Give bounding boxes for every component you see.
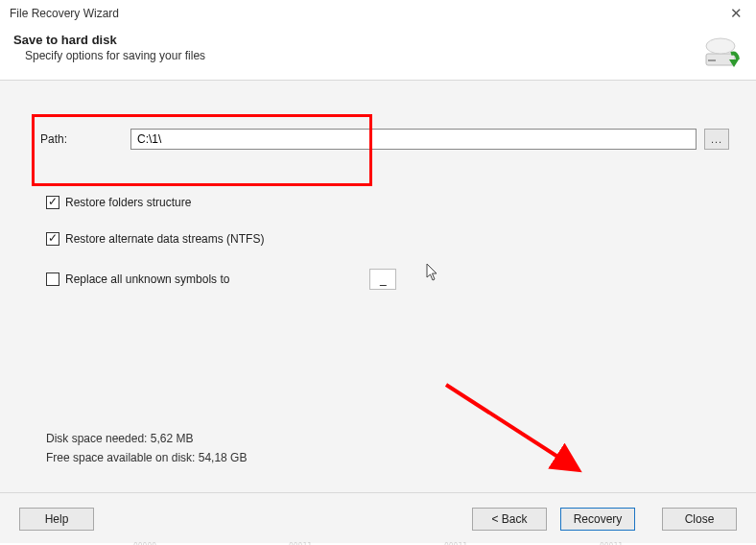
- path-input[interactable]: [130, 129, 697, 150]
- recovery-button[interactable]: Recovery: [560, 508, 635, 531]
- wizard-header: Save to hard disk Specify options for sa…: [0, 27, 756, 81]
- restore-folders-label[interactable]: Restore folders structure: [65, 196, 191, 209]
- restore-folders-checkbox[interactable]: [46, 196, 59, 209]
- annotation-highlight-rect: [32, 114, 372, 186]
- option-restore-ads: Restore alternate data streams (NTFS): [27, 232, 729, 246]
- restore-ads-checkbox[interactable]: [46, 232, 59, 246]
- wizard-content: Path: ... Restore folders structure Rest…: [0, 81, 756, 543]
- annotation-red-arrow: [441, 380, 595, 476]
- replace-symbols-checkbox[interactable]: [46, 272, 59, 286]
- free-space-available: Free space available on disk: 54,18 GB: [46, 451, 247, 464]
- header-title: Save to hard disk: [13, 33, 743, 47]
- button-separator: [0, 492, 756, 493]
- svg-rect-1: [708, 59, 716, 61]
- path-label: Path:: [27, 132, 123, 146]
- disk-info: Disk space needed: 5,62 MB Free space av…: [46, 432, 247, 470]
- svg-line-3: [446, 385, 576, 468]
- titlebar: File Recovery Wizard ✕: [0, 0, 756, 27]
- header-subtitle: Specify options for saving your files: [13, 49, 743, 62]
- back-button[interactable]: < Back: [472, 508, 547, 531]
- replace-symbols-label[interactable]: Replace all unknown symbols to: [65, 272, 229, 286]
- path-row: Path: ...: [27, 129, 729, 150]
- hard-disk-icon: [702, 31, 743, 74]
- option-replace-symbols: Replace all unknown symbols to: [27, 269, 729, 290]
- close-button[interactable]: Close: [662, 508, 737, 531]
- button-bar: Help < Back Recovery Close: [0, 495, 756, 543]
- disk-space-needed: Disk space needed: 5,62 MB: [46, 432, 247, 445]
- option-restore-folders: Restore folders structure: [27, 196, 729, 209]
- browse-button[interactable]: ...: [704, 129, 729, 150]
- close-icon[interactable]: ✕: [722, 3, 750, 24]
- restore-ads-label[interactable]: Restore alternate data streams (NTFS): [65, 232, 264, 246]
- svg-point-2: [706, 38, 735, 54]
- replace-symbols-input[interactable]: [369, 269, 396, 290]
- help-button[interactable]: Help: [19, 508, 94, 531]
- window-title: File Recovery Wizard: [10, 7, 119, 20]
